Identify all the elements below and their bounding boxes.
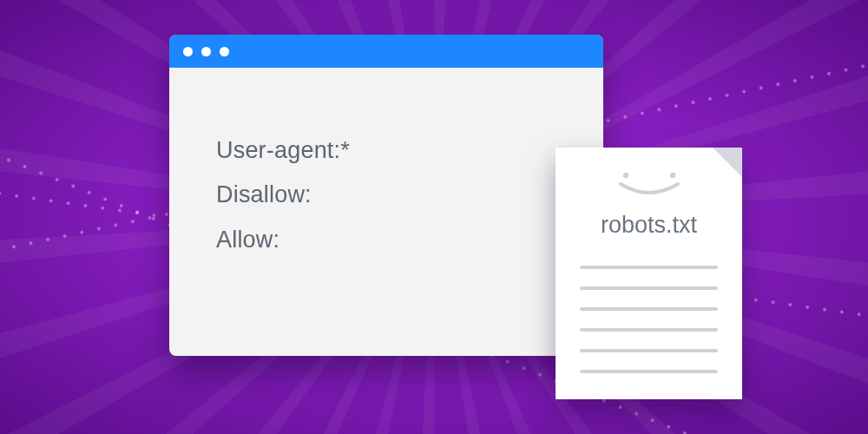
browser-titlebar	[169, 35, 603, 68]
browser-window: User-agent:* Disallow: Allow:	[169, 35, 603, 356]
window-control-dot	[183, 47, 193, 56]
robots-directive-allow: Allow:	[216, 218, 560, 262]
file-line	[580, 349, 718, 352]
file-body-lines	[580, 266, 718, 391]
file-line	[580, 286, 718, 290]
smile-face-icon	[556, 165, 742, 200]
robots-directive-disallow: Disallow:	[216, 173, 560, 217]
svg-point-1	[669, 173, 674, 178]
file-name-label: robots.txt	[556, 212, 742, 239]
file-line	[580, 370, 718, 373]
file-line	[580, 266, 718, 269]
file-line	[580, 307, 718, 311]
svg-point-0	[622, 173, 628, 178]
file-document: robots.txt	[556, 148, 742, 399]
window-control-dot	[220, 47, 229, 56]
browser-body: User-agent:* Disallow: Allow:	[169, 68, 603, 262]
file-line	[580, 328, 718, 332]
robots-directive-user-agent: User-agent:*	[216, 128, 560, 173]
window-control-dot	[201, 47, 211, 56]
